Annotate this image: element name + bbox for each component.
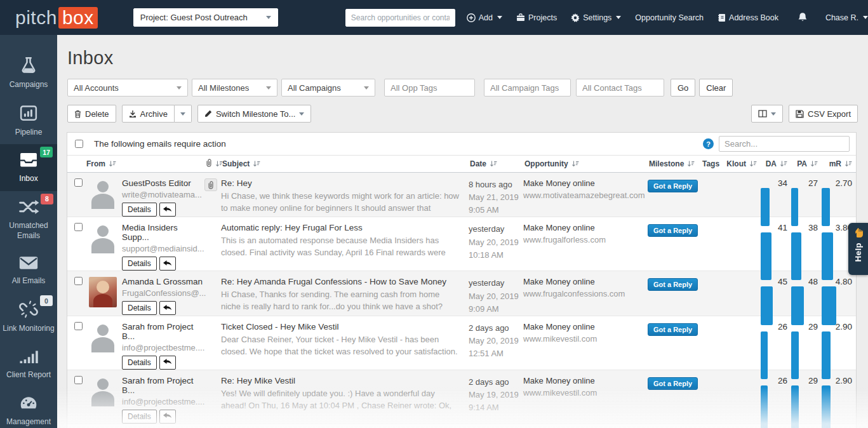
archive-more-button[interactable] <box>175 105 192 123</box>
milestone-badge[interactable]: Got a Reply <box>648 377 698 390</box>
filter-bar: All Accounts All Milestones All Campaign… <box>67 79 868 97</box>
da-cell: 41 <box>761 217 791 271</box>
col-da[interactable]: DA <box>761 159 791 168</box>
campaigns-filter[interactable]: All Campaigns <box>281 79 375 97</box>
details-button[interactable]: Details <box>122 203 157 217</box>
opportunity-url[interactable]: www.motivateamazebegreat.com <box>523 191 648 200</box>
table-row[interactable]: GuestPosts Editor write@motivateama... D… <box>67 173 856 217</box>
sidebar-item-inbox[interactable]: 17 Inbox <box>0 144 57 191</box>
sender-name[interactable]: Amanda L Grossman <box>122 277 204 286</box>
help-icon[interactable]: ? <box>703 138 714 149</box>
table-search-input[interactable] <box>719 136 850 152</box>
opportunity-url[interactable]: www.frugalconfessions.com <box>523 289 648 298</box>
contact-tags-input[interactable] <box>576 79 664 97</box>
reply-button[interactable] <box>159 257 176 271</box>
row-checkbox[interactable] <box>74 223 83 231</box>
row-checkbox[interactable] <box>74 178 83 187</box>
go-button[interactable]: Go <box>671 79 695 97</box>
opportunity-name[interactable]: Make Money online <box>523 277 648 286</box>
table-row[interactable]: Sarah from Project B... info@projectbest… <box>67 370 856 424</box>
col-mr[interactable]: mR <box>822 159 856 168</box>
settings-menu[interactable]: Settings <box>571 13 621 22</box>
col-tags[interactable]: Tags <box>701 159 725 168</box>
milestone-badge[interactable]: Got a Reply <box>648 180 698 192</box>
opp-tags-input[interactable] <box>384 79 475 97</box>
reply-button[interactable] <box>159 356 176 370</box>
email-subject[interactable]: Ticket Closed - Hey Mike Vestil <box>221 322 469 331</box>
table-row[interactable]: Christian Lee chrisleevella@gmail.... De… <box>67 424 856 428</box>
col-attachment[interactable] <box>204 159 221 169</box>
col-pa[interactable]: PA <box>791 159 822 168</box>
email-subject[interactable]: Automatic reply: Hey Frugal For Less <box>221 223 469 232</box>
reply-button[interactable] <box>159 410 176 424</box>
sidebar-item-campaigns[interactable]: Campaigns <box>0 49 57 97</box>
opportunity-name[interactable]: Make Money online <box>523 223 648 232</box>
sender-email[interactable]: support@mediainsid... <box>122 244 204 253</box>
sidebar-item-management-report[interactable]: Management Report <box>0 387 57 428</box>
notifications-bell[interactable] <box>798 12 808 23</box>
help-tab[interactable]: Help <box>848 223 868 275</box>
user-menu[interactable]: Chase R. <box>825 13 868 22</box>
col-milestone[interactable]: Milestone <box>648 159 701 168</box>
opportunity-name[interactable]: Make Money online <box>523 322 648 331</box>
global-search-input[interactable] <box>345 9 455 27</box>
project-selector[interactable]: Project: Guest Post Outreach <box>133 8 278 27</box>
milestone-badge[interactable]: Got a Reply <box>648 278 698 291</box>
accounts-filter[interactable]: All Accounts <box>67 79 188 97</box>
opportunity-url[interactable]: www.mikevestil.com <box>523 334 648 344</box>
details-button[interactable]: Details <box>122 257 157 271</box>
details-button[interactable]: Details <box>122 410 157 424</box>
switch-milestone-button[interactable]: Switch Milestone To... <box>197 105 311 123</box>
row-checkbox[interactable] <box>74 277 83 285</box>
col-opportunity[interactable]: Opportunity <box>523 159 648 168</box>
col-klout[interactable]: Klout <box>725 159 761 168</box>
archive-button[interactable]: Archive <box>122 105 175 123</box>
columns-button[interactable] <box>751 105 783 123</box>
email-subject[interactable]: Re: Hey Mike Vestil <box>221 376 469 385</box>
email-subject[interactable]: Re: Hey <box>221 178 469 188</box>
opportunity-url[interactable]: www.mikevestil.com <box>523 388 648 398</box>
projects-link[interactable]: Projects <box>516 13 557 22</box>
sender-email[interactable]: write@motivateama... <box>122 190 204 199</box>
sender-name[interactable]: GuestPosts Editor <box>122 178 204 188</box>
details-button[interactable]: Details <box>122 301 157 315</box>
col-from[interactable]: From <box>85 159 204 168</box>
opportunity-url[interactable]: www.frugalforless.com <box>523 235 648 244</box>
delete-button[interactable]: Delete <box>67 105 116 123</box>
sidebar-item-unmatched-emails[interactable]: 8 Unmatched Emails <box>0 191 57 248</box>
reply-button[interactable] <box>159 203 176 217</box>
table-row[interactable]: Sarah from Project B... info@projectbest… <box>67 316 856 370</box>
milestones-filter[interactable]: All Milestones <box>192 79 277 97</box>
sender-email[interactable]: info@projectbestme.... <box>122 343 204 352</box>
clear-button[interactable]: Clear <box>699 79 733 97</box>
row-checkbox[interactable] <box>74 322 83 330</box>
sidebar-item-all-emails[interactable]: All Emails <box>0 248 57 293</box>
select-all-checkbox[interactable] <box>75 140 83 148</box>
sender-email[interactable]: info@projectbestme.... <box>122 397 204 406</box>
sender-name[interactable]: Sarah from Project B... <box>122 376 204 395</box>
milestone-badge[interactable]: Got a Reply <box>648 323 698 336</box>
address-book-link[interactable]: Address Book <box>718 13 778 22</box>
row-checkbox[interactable] <box>74 376 83 384</box>
sender-email[interactable]: FrugalConfessions@... <box>122 288 204 298</box>
table-row[interactable]: Media Insiders Supp... support@mediainsi… <box>67 217 856 271</box>
opportunity-search-link[interactable]: Opportunity Search <box>635 13 704 22</box>
milestone-badge[interactable]: Got a Reply <box>648 224 698 237</box>
sidebar-item-link-monitoring[interactable]: 0 Link Monitoring <box>0 293 57 340</box>
opportunity-name[interactable]: Make Money online <box>523 178 648 188</box>
campaign-tags-input[interactable] <box>484 79 571 97</box>
opportunity-name[interactable]: Make Money online <box>523 376 648 385</box>
reply-button[interactable] <box>159 301 176 315</box>
col-subject[interactable]: Subject <box>221 159 469 168</box>
table-row[interactable]: Amanda L Grossman FrugalConfessions@... … <box>67 271 856 316</box>
sidebar-item-client-report[interactable]: Client Report <box>0 340 57 387</box>
col-date[interactable]: Date <box>469 159 523 168</box>
add-menu[interactable]: Add <box>467 13 502 22</box>
details-button[interactable]: Details <box>122 356 157 370</box>
pitchbox-logo[interactable]: pitch box <box>15 7 98 29</box>
sender-name[interactable]: Media Insiders Supp... <box>122 223 204 242</box>
csv-export-button[interactable]: CSV Export <box>789 105 858 123</box>
sender-name[interactable]: Sarah from Project B... <box>122 322 204 341</box>
email-subject[interactable]: Re: Hey Amanda Frugal Confessions - How … <box>221 277 469 286</box>
sidebar-item-pipeline[interactable]: Pipeline <box>0 97 57 144</box>
